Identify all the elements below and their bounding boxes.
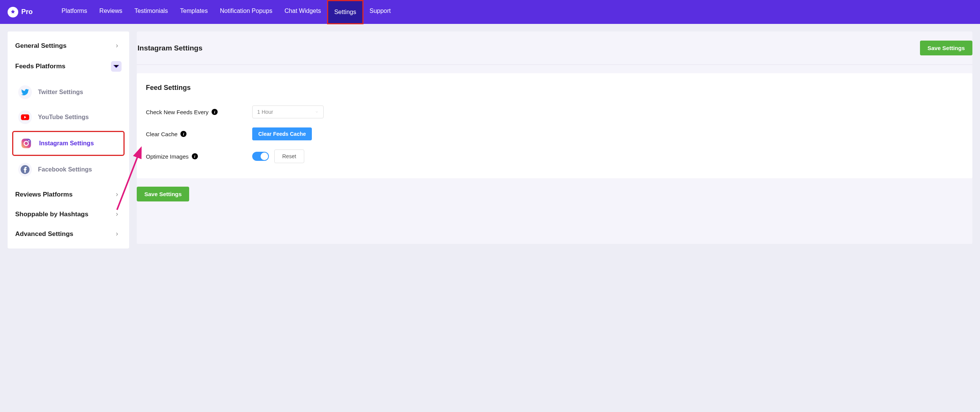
sidebar-item-facebook[interactable]: Facebook Settings [12,158,124,181]
chevron-down-icon [315,110,319,114]
sidebar-item-youtube[interactable]: YouTube Settings [12,106,124,128]
sidebar-cat-advanced[interactable]: Advanced Settings [8,224,129,244]
sidebar-cat-label: Shoppable by Hashtags [15,211,89,218]
nav-items: Platforms Reviews Testimonials Templates… [56,0,397,24]
sidebar-cat-reviews-platforms[interactable]: Reviews Platforms [8,185,129,204]
svg-rect-1 [22,139,31,148]
main-content: Instagram Settings Save Settings Feed Se… [137,32,972,244]
settings-sidebar: General Settings Feeds Platforms Twitter… [8,32,129,249]
sidebar-cat-feeds-platforms[interactable]: Feeds Platforms [8,56,129,77]
nav-templates[interactable]: Templates [174,0,214,24]
chevron-right-icon [113,41,122,51]
sidebar-item-label: Twitter Settings [38,89,83,96]
sidebar-item-label: YouTube Settings [38,114,89,120]
field-optimize-images: Optimize Images i Reset [146,145,963,168]
field-check-feeds: Check New Feeds Every i 1 Hour [146,101,963,123]
toggle-knob [261,152,268,160]
star-bubble-icon [8,7,18,17]
sidebar-cat-label: Reviews Platforms [15,191,73,198]
field-label-text: Check New Feeds Every [146,109,208,115]
reset-button[interactable]: Reset [274,149,304,163]
sidebar-cat-shoppable[interactable]: Shoppable by Hashtags [8,204,129,224]
instagram-icon [19,136,33,150]
field-clear-cache: Clear Cache i Clear Feeds Cache [146,123,963,145]
nav-support[interactable]: Support [364,0,397,24]
save-settings-button-top[interactable]: Save Settings [920,41,972,55]
nav-settings[interactable]: Settings [327,0,364,24]
brand-logo[interactable]: Pro [8,7,33,17]
check-feeds-select[interactable]: 1 Hour [252,105,324,118]
nav-reviews[interactable]: Reviews [94,0,128,24]
field-label-text: Clear Cache [146,131,177,137]
field-label-text: Optimize Images [146,153,189,160]
chevron-right-icon [113,230,122,239]
feeds-platforms-list: Twitter Settings YouTube Settings I [8,77,129,185]
sidebar-cat-label: Advanced Settings [15,230,73,238]
nav-chat-widgets[interactable]: Chat Widgets [278,0,327,24]
sidebar-cat-general[interactable]: General Settings [8,36,129,56]
nav-platforms[interactable]: Platforms [56,0,94,24]
chevron-right-icon [113,190,122,199]
brand-name: Pro [21,8,33,16]
sidebar-item-label: Instagram Settings [39,140,94,147]
card-title: Feed Settings [146,84,963,92]
chevron-down-icon [111,61,122,72]
info-icon[interactable]: i [212,109,218,115]
sidebar-cat-label: Feeds Platforms [15,63,65,70]
select-value: 1 Hour [257,109,273,115]
chevron-right-icon [113,210,122,219]
youtube-icon [18,110,32,124]
top-nav: Pro Platforms Reviews Testimonials Templ… [0,0,980,24]
sidebar-item-instagram[interactable]: Instagram Settings [12,131,124,156]
nav-testimonials[interactable]: Testimonials [128,0,174,24]
sidebar-cat-label: General Settings [15,42,67,50]
info-icon[interactable]: i [192,153,198,159]
svg-point-3 [28,140,29,141]
page-header: Instagram Settings Save Settings [137,32,972,65]
facebook-icon [18,163,32,176]
twitter-icon [18,86,32,99]
clear-feeds-cache-button[interactable]: Clear Feeds Cache [252,127,312,140]
info-icon[interactable]: i [180,131,186,137]
sidebar-item-twitter[interactable]: Twitter Settings [12,81,124,103]
nav-notification-popups[interactable]: Notification Popups [214,0,278,24]
save-settings-button-bottom[interactable]: Save Settings [137,187,189,201]
optimize-images-toggle[interactable] [252,152,269,161]
page-title: Instagram Settings [137,44,202,52]
sidebar-item-label: Facebook Settings [38,166,92,173]
feed-settings-card: Feed Settings Check New Feeds Every i 1 … [137,73,972,178]
